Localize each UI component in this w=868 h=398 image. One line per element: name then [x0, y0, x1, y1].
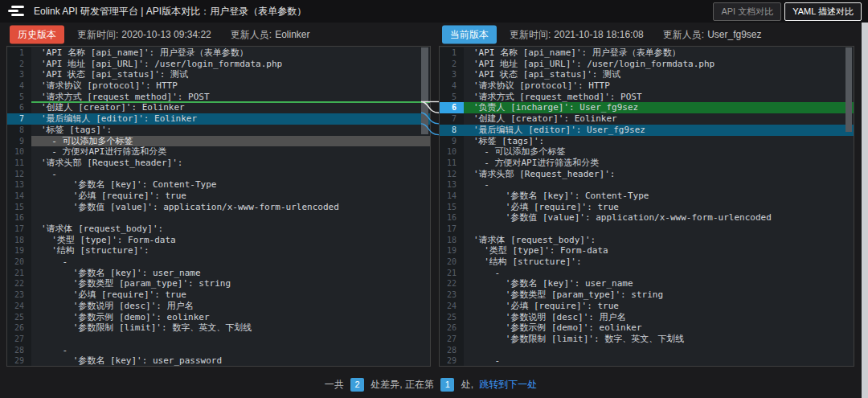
- jump-next-diff-link[interactable]: 跳转到下一处: [479, 379, 537, 390]
- line-number: 1: [440, 47, 464, 59]
- code-line[interactable]: 16 '参数值 [value]': application/x-www-form…: [440, 212, 854, 224]
- code-line[interactable]: 25 '参数说明 [desc]': 用户名: [440, 312, 854, 323]
- code-line[interactable]: 19 '类型 [type]': Form-data: [440, 245, 854, 256]
- code-line[interactable]: 29 '参数名 [key]': user_password: [7, 355, 430, 367]
- code-line[interactable]: 12'请求头部 [Request_header]':: [440, 169, 854, 180]
- line-text: 'API 地址 [api_URL]': /user/login_formdata…: [31, 59, 430, 70]
- line-number: 28: [440, 345, 464, 356]
- code-line[interactable]: 3'API 状态 [api_status]': 测试: [7, 69, 430, 80]
- code-line[interactable]: 27: [7, 334, 430, 345]
- code-line[interactable]: 7'最后编辑人 [editor]': Eolinker: [7, 113, 430, 125]
- code-line[interactable]: 9'标签 [tags]':: [440, 136, 854, 147]
- left-editor-panel: 1'API 名称 [api_name]': 用户登录（表单参数）2'API 地址…: [6, 46, 431, 367]
- code-line[interactable]: 6'创建人 [creator]': Eolinker: [7, 102, 430, 113]
- line-number: 5: [7, 92, 31, 103]
- code-line[interactable]: 24 '参数说明 [desc]': 用户名: [7, 301, 430, 312]
- code-line[interactable]: 11 - 方便对API进行筛选和分类: [440, 158, 854, 169]
- code-line[interactable]: 8'最后编辑人 [editor]': User_fg9sez: [440, 125, 854, 136]
- code-line[interactable]: 15 '参数值 [value]': application/x-www-form…: [7, 202, 430, 213]
- code-line[interactable]: 10 - 可以添加多个标签: [440, 146, 854, 158]
- history-version-info: 历史版本 更新时间: 2020-10-13 09:34:22 更新人员: Eol…: [10, 25, 329, 43]
- line-number: 16: [7, 212, 31, 224]
- code-line[interactable]: 22 '参数类型 [param_type]': string: [7, 278, 430, 289]
- line-text: -: [31, 169, 430, 180]
- code-line[interactable]: 20 -: [7, 256, 430, 268]
- line-number: 6: [440, 102, 464, 113]
- code-line[interactable]: 16: [7, 212, 430, 224]
- code-line[interactable]: 24 '必填 [require]': true: [440, 301, 854, 312]
- code-line[interactable]: 17'请求体 [request_body]':: [7, 224, 430, 235]
- line-text: '参数示例 [demo]': eolinker: [464, 322, 854, 334]
- yaml-compare-button[interactable]: YAML 描述对比: [784, 2, 862, 21]
- code-line[interactable]: 12 -: [7, 169, 430, 180]
- line-number: 11: [440, 158, 464, 169]
- code-line[interactable]: 14 '参数名 [key]': Content-Type: [440, 191, 854, 202]
- app-root: Eolink API 研发管理平台 | API版本对比：用户登录（表单参数） A…: [0, 0, 868, 398]
- code-line[interactable]: 19 '结构 [structure]':: [7, 245, 430, 256]
- line-number: 10: [440, 146, 464, 158]
- code-line[interactable]: 2'API 地址 [api_URL]': /user/login_formdat…: [7, 59, 430, 70]
- line-text: - 方便对API进行筛选和分类: [464, 158, 854, 169]
- updated-time-label: 更新时间:: [77, 27, 118, 41]
- line-text: '必填 [require]': true: [464, 301, 854, 312]
- line-number: 25: [440, 312, 464, 323]
- line-text: '参数限制 [limit]': 数字、英文、下划线: [464, 334, 854, 345]
- code-line[interactable]: 23 '必填 [require]': true: [7, 289, 430, 301]
- code-line[interactable]: 13 '参数名 [key]': Content-Type: [7, 179, 430, 191]
- code-line[interactable]: 1'API 名称 [api_name]': 用户登录（表单参数）: [7, 47, 430, 59]
- code-line[interactable]: 27 '参数限制 [limit]': 数字、英文、下划线: [440, 334, 854, 345]
- updated-by-value: User_fg9sez: [707, 29, 761, 40]
- code-line[interactable]: 8'标签 [tags]':: [7, 125, 430, 136]
- code-line[interactable]: 26 '参数限制 [limit]': 数字、英文、下划线: [7, 322, 430, 334]
- code-line[interactable]: 29 -: [440, 355, 854, 367]
- code-line[interactable]: 10 - 方便对API进行筛选和分类: [7, 146, 430, 158]
- line-text: 'API 地址 [api_URL]': /user/login_formdata…: [464, 59, 854, 70]
- code-line[interactable]: 15 '必填 [require]': true: [440, 202, 854, 213]
- right-code-area: 1'API 名称 [api_name]': 用户登录（表单参数）2'API 地址…: [440, 47, 854, 367]
- line-text: '请求体 [request_body]':: [31, 224, 430, 235]
- line-number: 26: [7, 322, 31, 334]
- code-line[interactable]: 9 - 可以添加多个标签: [7, 136, 430, 147]
- code-line[interactable]: 28: [440, 345, 854, 356]
- line-text: '参数类型 [param_type]': string: [464, 289, 854, 301]
- line-text: - 可以添加多个标签: [464, 146, 854, 158]
- line-text: '参数名 [key]': user_name: [31, 268, 430, 279]
- code-line[interactable]: 28 -: [7, 345, 430, 356]
- line-text: '参数值 [value]': application/x-www-form-ur…: [31, 202, 430, 213]
- code-line[interactable]: 21 '参数名 [key]': user_name: [7, 268, 430, 279]
- code-line[interactable]: 3'API 状态 [api_status]': 测试: [440, 69, 854, 80]
- line-text: [31, 212, 430, 224]
- code-line[interactable]: 18 '类型 [type]': Form-data: [7, 235, 430, 246]
- code-line[interactable]: 23 '参数类型 [param_type]': string: [440, 289, 854, 301]
- api-doc-compare-button[interactable]: API 文档对比: [713, 2, 781, 21]
- right-scrollbar[interactable]: [845, 47, 852, 132]
- line-text: '类型 [type]': Form-data: [464, 245, 854, 256]
- code-line[interactable]: 26 '参数示例 [demo]': eolinker: [440, 322, 854, 334]
- code-line[interactable]: 13 -: [440, 179, 854, 191]
- code-line[interactable]: 4'请求协议 [protocol]': HTTP: [7, 80, 430, 92]
- line-text: '负责人 [incharge]': User_fg9sez: [464, 102, 854, 113]
- code-line[interactable]: 4'请求协议 [protocol]': HTTP: [440, 80, 854, 92]
- code-line[interactable]: 2'API 地址 [api_URL]': /user/login_formdat…: [440, 59, 854, 70]
- code-line[interactable]: 21 -: [440, 268, 854, 279]
- code-line[interactable]: 6'负责人 [incharge]': User_fg9sez: [440, 102, 854, 113]
- code-line[interactable]: 25 '参数示例 [demo]': eolinker: [7, 312, 430, 323]
- code-line[interactable]: 11'请求头部 [Request_header]':: [7, 158, 430, 169]
- code-line[interactable]: 7'创建人 [creator]': Eolinker: [440, 113, 854, 125]
- code-line[interactable]: 22 '参数名 [key]': user_name: [440, 278, 854, 289]
- line-number: 14: [440, 191, 464, 202]
- code-line[interactable]: 5'请求方式 [request_method]': POST: [7, 92, 430, 103]
- line-number: 16: [440, 212, 464, 224]
- line-text: '参数类型 [param_type]': string: [31, 278, 430, 289]
- line-number: 27: [7, 334, 31, 345]
- code-line[interactable]: 1'API 名称 [api_name]': 用户登录（表单参数）: [440, 47, 854, 59]
- browser-scrollbar[interactable]: [862, 23, 868, 398]
- line-number: 14: [7, 191, 31, 202]
- code-line[interactable]: 14 '必填 [require]': true: [7, 191, 430, 202]
- code-line[interactable]: 20 '结构 [structure]':: [440, 256, 854, 268]
- code-line[interactable]: 17: [440, 224, 854, 235]
- code-line[interactable]: 5'请求方式 [request_method]': POST: [440, 92, 854, 103]
- line-number: 28: [7, 345, 31, 356]
- line-text: '请求协议 [protocol]': HTTP: [31, 80, 430, 92]
- code-line[interactable]: 18'请求体 [request_body]':: [440, 235, 854, 246]
